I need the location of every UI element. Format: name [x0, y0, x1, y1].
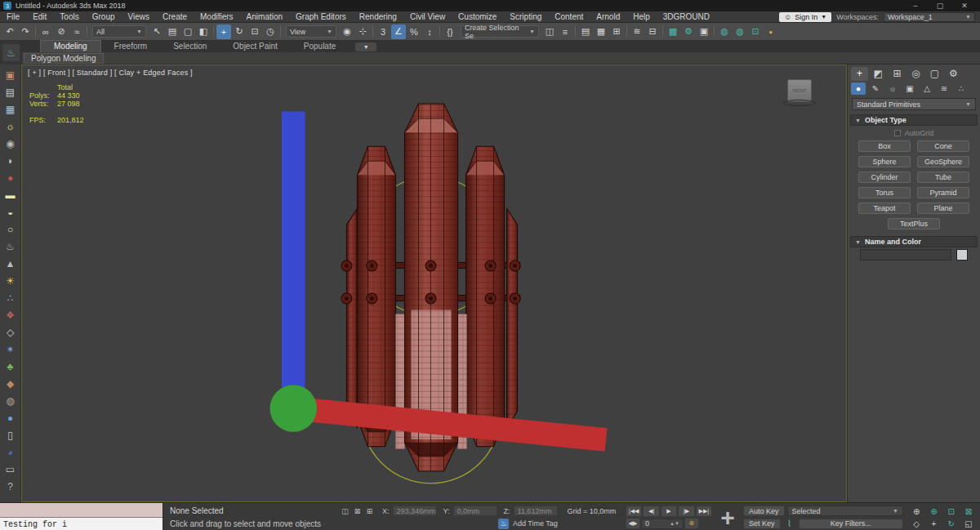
tab-hierarchy[interactable]: ⊞	[889, 67, 906, 81]
select-and-place-icon[interactable]: ◷	[263, 24, 278, 39]
slab-primitive-icon[interactable]: ▬	[2, 186, 20, 203]
rock-icon[interactable]: ◍	[2, 392, 20, 409]
curve-editor-icon[interactable]: ≋	[630, 24, 644, 39]
toggle-layer-explorer-icon[interactable]: ▦	[594, 24, 608, 39]
key-filters-button[interactable]: Key Filters...	[799, 519, 903, 529]
object-type-button[interactable]: Box	[858, 140, 911, 152]
ribbon-config-dropdown[interactable]: ▼	[355, 42, 376, 51]
select-by-name-icon[interactable]: ▤	[165, 24, 180, 39]
zoom-extents-icon[interactable]: ⊡	[943, 506, 960, 517]
select-and-scale-icon[interactable]: ⊡	[247, 24, 262, 39]
x-coordinate-field[interactable]: 293,346mm	[393, 506, 437, 516]
menu-item[interactable]: Graph Editors	[289, 11, 353, 23]
ribbon-tab[interactable]: Populate	[291, 41, 349, 52]
auto-key-button[interactable]: Auto Key	[743, 506, 785, 516]
schematic-view-icon[interactable]: ⊟	[645, 24, 660, 39]
object-type-button[interactable]: Cone	[917, 140, 969, 152]
maximize-button[interactable]: ▢	[928, 0, 952, 11]
ribbon-tab[interactable]: Object Paint	[220, 41, 290, 52]
render-iterative-icon[interactable]: ◍	[733, 24, 747, 39]
minimize-button[interactable]: –	[903, 0, 928, 11]
cat-geometry[interactable]: ●	[851, 82, 866, 95]
object-type-button[interactable]: Pyramid	[917, 187, 969, 198]
spinner-snap-toggle-icon[interactable]: ↕	[422, 24, 437, 39]
scene-list-icon[interactable]: ▤	[2, 83, 20, 100]
viewport-front[interactable]: [ + ] [ Front ] [ Standard ] [ Clay + Ed…	[21, 65, 847, 502]
bind-to-space-warp-icon[interactable]: ≈	[69, 24, 84, 39]
angle-snap-toggle-icon[interactable]: ∠	[391, 24, 406, 39]
foliage-icon[interactable]: ♣	[2, 358, 20, 375]
time-configuration-button[interactable]: ⚙	[684, 518, 699, 529]
use-pivot-point-center-icon[interactable]: ◉	[340, 24, 354, 39]
menu-item[interactable]: Views	[122, 11, 157, 23]
menu-item[interactable]: Civil View	[403, 11, 452, 23]
select-and-manipulate-icon[interactable]: ⊹	[355, 24, 370, 39]
rendered-frame-window-icon[interactable]: ▣	[697, 24, 711, 39]
object-type-button[interactable]: Tube	[917, 171, 969, 183]
dialog-icon[interactable]: ▣	[2, 66, 20, 83]
name-and-color-rollout-header[interactable]: ▼ Name and Color	[850, 236, 978, 247]
object-color-swatch[interactable]	[956, 249, 968, 261]
render-in-cloud-icon[interactable]: ⊡	[748, 24, 763, 39]
scatter-particles-icon[interactable]: ∴	[2, 289, 20, 306]
crumpled-object-icon[interactable]: ✶	[2, 341, 20, 358]
ribbon-teapot-icon[interactable]: ♨	[2, 44, 20, 61]
snaps-toggle-3d-icon[interactable]: 3	[376, 24, 390, 39]
blue-sphere-icon[interactable]: ●	[2, 409, 20, 426]
zoom-all-icon[interactable]: ⊕	[925, 506, 942, 517]
go-to-end-button[interactable]: ▶▶|	[696, 506, 712, 517]
cat-systems[interactable]: ∴	[954, 82, 969, 95]
tab-motion[interactable]: ◎	[907, 67, 924, 81]
current-frame-field[interactable]: 0 ▲▼	[641, 519, 684, 529]
set-key-button[interactable]: Set Key	[743, 519, 781, 529]
key-mode-toggle[interactable]: ◀▶	[626, 518, 640, 529]
edit-named-selection-sets-icon[interactable]: {}	[443, 24, 457, 39]
maximize-viewport-icon[interactable]: ◱	[960, 518, 977, 529]
add-time-tag[interactable]: Add Time Tag	[513, 519, 558, 528]
zoom-extents-all-icon[interactable]: ⊠	[960, 506, 977, 517]
previous-frame-button[interactable]: ◀|	[643, 506, 659, 517]
redo-icon[interactable]: ↷	[18, 24, 33, 39]
sphere-primitive-icon[interactable]: ○	[2, 220, 20, 238]
object-type-button[interactable]: TextPlus	[888, 218, 940, 229]
material-editor-icon[interactable]: ▩	[666, 24, 680, 39]
field-of-view-icon[interactable]: ◇	[908, 518, 924, 529]
toggle-scene-explorer-icon[interactable]: ▤	[578, 24, 593, 39]
sign-in-button[interactable]: ☺ Sign In ▼	[779, 12, 831, 22]
layer-list-icon[interactable]: ▦	[2, 100, 20, 118]
gizmo-apparatus-icon[interactable]: ◇	[2, 323, 20, 341]
render-setup-icon[interactable]: ⚙	[681, 24, 696, 39]
percent-snap-toggle-icon[interactable]: %	[407, 24, 421, 39]
tab-modify[interactable]: ◩	[870, 67, 887, 81]
dome-primitive-icon[interactable]: ◒	[2, 203, 20, 220]
menu-item[interactable]: Scripting	[503, 11, 548, 23]
ribbon-tab[interactable]: Modeling	[40, 40, 101, 52]
autogrid-checkbox[interactable]	[894, 130, 901, 136]
half-sphere-icon[interactable]: ◗	[2, 152, 20, 169]
lightbulb-icon[interactable]: ☼	[2, 118, 20, 135]
menu-item[interactable]: Help	[626, 11, 657, 23]
reference-coordinate-dropdown[interactable]: View▼	[286, 25, 336, 38]
maxscript-mini-listener[interactable]: Testing for i	[0, 503, 163, 530]
close-button[interactable]: ✕	[952, 0, 977, 11]
isolate-selection-icon[interactable]: ◫	[339, 506, 351, 516]
menu-item[interactable]: Create	[156, 11, 194, 23]
menu-item[interactable]: File	[0, 11, 26, 23]
spheres-pair-icon[interactable]: ❖	[2, 306, 20, 323]
menu-item[interactable]: Content	[548, 11, 590, 23]
menu-item[interactable]: Animation	[240, 11, 289, 23]
object-type-button[interactable]: Plane	[917, 203, 969, 214]
object-type-button[interactable]: Sphere	[858, 156, 911, 167]
tab-utilities[interactable]: ⚙	[945, 67, 962, 81]
object-type-rollout-header[interactable]: ▼ Object Type	[850, 114, 978, 126]
object-type-button[interactable]: GeoSphere	[917, 156, 969, 167]
select-and-rotate-icon[interactable]: ↻	[232, 24, 247, 39]
menu-item[interactable]: 3DGROUND	[657, 11, 716, 23]
cat-space-warps[interactable]: ≋	[937, 82, 951, 95]
selection-lock-icon[interactable]: ⊠	[351, 506, 363, 516]
align-icon[interactable]: ≡	[558, 24, 572, 39]
menu-item[interactable]: Customize	[452, 11, 503, 23]
object-type-button[interactable]: Torus	[858, 187, 911, 198]
camera-light-icon[interactable]: ◉	[2, 135, 20, 152]
bird-icon[interactable]: ◆	[2, 375, 20, 392]
